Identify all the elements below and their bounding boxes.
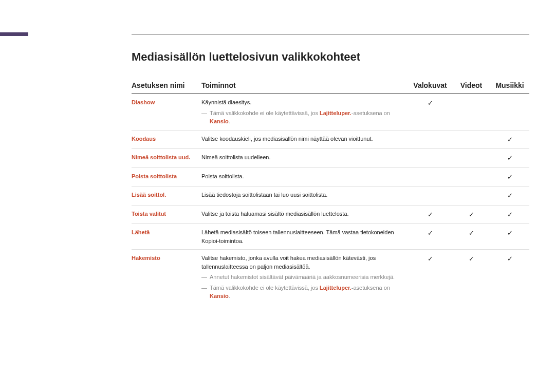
note-text-mid: -asetuksena on (351, 285, 390, 291)
setting-name: Nimeä soittolista uud. (132, 149, 201, 168)
header-music: Musiikki (493, 77, 529, 94)
note: Tämä valikkokohde ei ole käytettävissä, … (201, 284, 408, 301)
check-music: ✓ (493, 250, 529, 305)
check-photo: ✓ (411, 94, 452, 130)
setting-name: Koodaus (132, 130, 201, 149)
check-music: ✓ (493, 167, 529, 186)
check-video (452, 167, 493, 186)
check-music: ✓ (493, 130, 529, 149)
check-video (452, 94, 493, 130)
check-photo: ✓ (411, 205, 452, 224)
note: Tämä valikkokohde ei ole käytettävissä, … (201, 109, 408, 126)
note-text-post: . (229, 293, 230, 299)
setting-func: Valitse hakemisto, jonka avulla voit hak… (201, 250, 411, 305)
settings-table: Asetuksen nimi Toiminnot Valokuvat Video… (132, 77, 529, 305)
table-row: Toista valitutValitse ja toista haluamas… (132, 205, 529, 224)
note-text-post: . (229, 118, 230, 124)
table-row: Lisää soittol.Lisää tiedostoja soittolis… (132, 186, 529, 206)
func-text: Valitse koodauskieli, jos mediasisällön … (201, 136, 373, 142)
header-photo: Valokuvat (411, 77, 452, 94)
note-highlight: Lajitteluper. (320, 285, 351, 291)
top-rule (132, 34, 529, 34)
check-photo: ✓ (411, 250, 452, 305)
check-music: ✓ (493, 186, 529, 206)
check-video: ✓ (452, 250, 493, 305)
check-photo: ✓ (411, 224, 452, 250)
func-text: Valitse hakemisto, jonka avulla voit hak… (201, 255, 376, 270)
func-text: Nimeä soittolista uudelleen. (201, 154, 271, 160)
header-video: Videot (452, 77, 493, 94)
check-music: ✓ (493, 149, 529, 168)
check-music: ✓ (493, 224, 529, 250)
header-name: Asetuksen nimi (132, 77, 201, 94)
setting-name: Lisää soittol. (132, 186, 201, 206)
check-video: ✓ (452, 224, 493, 250)
setting-func: Käynnistä diaesitys.Tämä valikkokohde ei… (201, 94, 411, 130)
table-row: KoodausValitse koodauskieli, jos mediasi… (132, 130, 529, 149)
check-music: ✓ (493, 205, 529, 224)
check-video (452, 149, 493, 168)
setting-name: Poista soittolista (132, 167, 201, 186)
check-photo (411, 186, 452, 206)
func-text: Lisää tiedostoja soittolistaan tai luo u… (201, 192, 327, 198)
table-header-row: Asetuksen nimi Toiminnot Valokuvat Video… (132, 77, 529, 94)
check-video (452, 186, 493, 206)
note: Annetut hakemistot sisältävät päivämääri… (201, 273, 408, 282)
table-row: Nimeä soittolista uud.Nimeä soittolista … (132, 149, 529, 168)
check-photo (411, 167, 452, 186)
table-row: HakemistoValitse hakemisto, jonka avulla… (132, 250, 529, 305)
check-photo (411, 149, 452, 168)
note-text-mid: -asetuksena on (351, 110, 390, 116)
setting-name: Toista valitut (132, 205, 201, 224)
header-func: Toiminnot (201, 77, 411, 94)
note-highlight: Lajitteluper. (320, 110, 351, 116)
note-text-pre: Tämä valikkokohde ei ole käytettävissä, … (210, 285, 320, 291)
setting-func: Lähetä mediasisältö toiseen tallennuslai… (201, 224, 411, 250)
check-video: ✓ (452, 205, 493, 224)
page-title: Mediasisällön luettelosivun valikkokohte… (132, 50, 529, 64)
setting-name: Lähetä (132, 224, 201, 250)
table-row: DiashowKäynnistä diaesitys.Tämä valikkok… (132, 94, 529, 130)
table-row: LähetäLähetä mediasisältö toiseen tallen… (132, 224, 529, 250)
accent-bar (0, 32, 28, 36)
content-area: Mediasisällön luettelosivun valikkokohte… (132, 50, 529, 305)
check-music (493, 94, 529, 130)
setting-name: Diashow (132, 94, 201, 130)
check-photo (411, 130, 452, 149)
func-text: Poista soittolista. (201, 173, 244, 179)
note-highlight: Kansio (210, 118, 229, 124)
setting-func: Valitse koodauskieli, jos mediasisällön … (201, 130, 411, 149)
setting-func: Valitse ja toista haluamasi sisältö medi… (201, 205, 411, 224)
setting-name: Hakemisto (132, 250, 201, 305)
note-text-pre: Tämä valikkokohde ei ole käytettävissä, … (210, 110, 320, 116)
func-text: Lähetä mediasisältö toiseen tallennuslai… (201, 229, 394, 244)
check-video (452, 130, 493, 149)
table-row: Poista soittolistaPoista soittolista.✓ (132, 167, 529, 186)
setting-func: Nimeä soittolista uudelleen. (201, 149, 411, 168)
func-text: Käynnistä diaesitys. (201, 99, 251, 105)
setting-func: Poista soittolista. (201, 167, 411, 186)
func-text: Valitse ja toista haluamasi sisältö medi… (201, 211, 349, 217)
note-highlight: Kansio (210, 293, 229, 299)
setting-func: Lisää tiedostoja soittolistaan tai luo u… (201, 186, 411, 206)
